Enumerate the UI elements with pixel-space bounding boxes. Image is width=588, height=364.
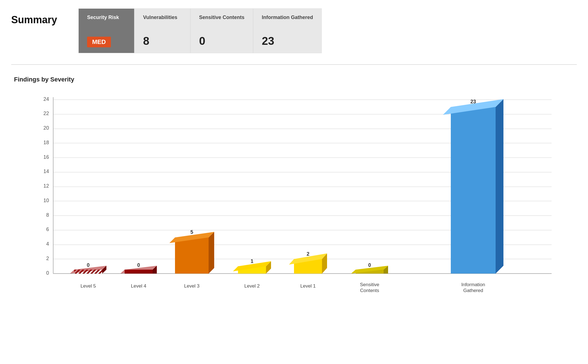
- information-gathered-card: Information Gathered 23: [253, 8, 322, 53]
- svg-text:12: 12: [43, 183, 49, 189]
- bar-sensitive-label-1: Sensitive: [360, 282, 379, 287]
- summary-cards: Security Risk MED Vulnerabilities 8 Sens…: [78, 8, 322, 53]
- vulnerabilities-card: Vulnerabilities 8: [134, 8, 190, 53]
- sensitive-contents-card: Sensitive Contents 0: [190, 8, 253, 53]
- summary-section: Summary Security Risk MED Vulnerabilitie…: [11, 8, 577, 53]
- information-gathered-value: 23: [262, 35, 313, 47]
- findings-chart: 0 2 4 6 8 10 12 14 16 18 20 22 24: [31, 92, 563, 302]
- security-risk-card: Security Risk MED: [78, 8, 134, 53]
- vulnerabilities-value: 8: [143, 35, 182, 47]
- bar-sensitive-label-2: Contents: [360, 288, 379, 293]
- svg-text:18: 18: [43, 140, 49, 145]
- security-risk-label: Security Risk: [87, 14, 126, 21]
- bar-level3-right: [209, 232, 214, 274]
- svg-text:10: 10: [43, 198, 49, 203]
- bar-level4-value-label: 0: [137, 262, 140, 268]
- section-divider: [11, 64, 577, 65]
- svg-text:4: 4: [46, 241, 49, 247]
- svg-text:8: 8: [46, 212, 49, 218]
- bar-level3-front: [175, 237, 209, 274]
- bar-level2-label: Level 2: [244, 283, 260, 289]
- bar-infogathered-label-1: Information: [461, 282, 485, 287]
- bar-level5-label: Level 5: [81, 283, 96, 289]
- vulnerabilities-label: Vulnerabilities: [143, 14, 182, 21]
- bar-level5-value-label: 0: [87, 262, 90, 268]
- bar-level2-value-label: 1: [251, 258, 253, 264]
- bar-infogathered-label-2: Gathered: [463, 288, 483, 293]
- svg-text:14: 14: [43, 169, 49, 174]
- summary-title: Summary: [11, 8, 67, 26]
- information-gathered-label: Information Gathered: [262, 14, 313, 21]
- bar-level3-label: Level 3: [184, 283, 200, 289]
- svg-text:2: 2: [46, 256, 49, 261]
- bar-infogathered-value-label: 23: [470, 99, 476, 104]
- bar-sensitive-value-label: 0: [368, 262, 371, 268]
- svg-text:6: 6: [46, 227, 49, 232]
- svg-text:16: 16: [43, 154, 49, 160]
- sensitive-contents-label: Sensitive Contents: [199, 14, 244, 21]
- bar-level1-label: Level 1: [300, 283, 316, 289]
- svg-text:0: 0: [46, 270, 49, 276]
- svg-text:20: 20: [43, 125, 49, 131]
- bar-infogathered-front: [451, 107, 496, 274]
- chart-section: Findings by Severity 0: [11, 76, 577, 302]
- bar-level4-label: Level 4: [131, 283, 146, 289]
- chart-title: Findings by Severity: [14, 76, 574, 83]
- security-risk-badge: MED: [87, 37, 111, 47]
- svg-text:24: 24: [43, 96, 49, 102]
- bar-level3-value-label: 5: [190, 229, 193, 235]
- svg-text:22: 22: [43, 111, 49, 116]
- sensitive-contents-value: 0: [199, 35, 244, 47]
- bar-infogathered-right: [496, 99, 503, 274]
- bar-level1-value-label: 2: [307, 251, 309, 257]
